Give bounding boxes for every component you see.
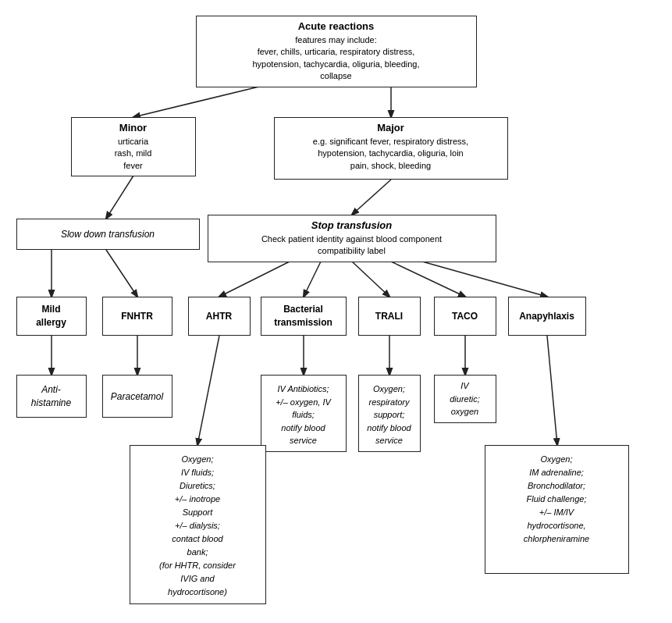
anapyhlaxis-box: Anapyhlaxis bbox=[508, 297, 586, 336]
anapyhlaxis-label: Anapyhlaxis bbox=[519, 311, 574, 322]
minor-title: Minor bbox=[78, 122, 189, 134]
iv-antibiotics-box: IV Antibiotics;+/– oxygen, IVfluids;noti… bbox=[261, 375, 347, 452]
anti-histamine-label: Anti-histamine bbox=[31, 383, 71, 410]
bacterial-label: Bacterialtransmission bbox=[274, 303, 332, 329]
acute-reactions-sub: features may include:fever, chills, urti… bbox=[203, 34, 470, 83]
major-box: Major e.g. significant fever, respirator… bbox=[274, 117, 508, 180]
minor-sub: urticariarash, mildfever bbox=[78, 136, 189, 172]
ahtr-treatment-label: Oxygen;IV fluids;Diuretics;+/– inotropeS… bbox=[137, 453, 259, 600]
iv-antibiotics-label: IV Antibiotics;+/– oxygen, IVfluids;noti… bbox=[268, 383, 340, 447]
slow-down-text: Slow down transfusion bbox=[61, 229, 155, 240]
minor-box: Minor urticariarash, mildfever bbox=[71, 117, 196, 176]
oxygen-trali-label: Oxygen;respiratorysupport;notify bloodse… bbox=[365, 383, 414, 447]
acute-reactions-box: Acute reactions features may include:fev… bbox=[196, 16, 477, 87]
mild-allergy-box: Mildallergy bbox=[16, 297, 87, 336]
iv-diuretic-box: IVdiuretic;oxygen bbox=[434, 375, 496, 423]
svg-line-16 bbox=[197, 336, 219, 445]
svg-line-5 bbox=[106, 250, 137, 297]
svg-line-3 bbox=[352, 180, 391, 215]
ahtr-treatment-box: Oxygen;IV fluids;Diuretics;+/– inotropeS… bbox=[130, 445, 266, 604]
taco-label: TACO bbox=[452, 311, 478, 322]
major-title: Major bbox=[281, 122, 501, 134]
svg-line-2 bbox=[106, 176, 133, 219]
mild-allergy-label: Mildallergy bbox=[36, 303, 66, 329]
svg-line-6 bbox=[219, 262, 290, 297]
ahtr-label: AHTR bbox=[206, 311, 232, 322]
trali-label: TRALI bbox=[375, 311, 403, 322]
svg-line-9 bbox=[391, 262, 465, 297]
fnhtr-label: FNHTR bbox=[121, 311, 153, 322]
svg-line-10 bbox=[422, 262, 547, 297]
slow-down-box: Slow down transfusion bbox=[16, 219, 200, 250]
acute-reactions-title: Acute reactions bbox=[203, 20, 470, 32]
fnhtr-box: FNHTR bbox=[102, 297, 172, 336]
iv-diuretic-label: IVdiuretic;oxygen bbox=[450, 379, 480, 418]
paracetamol-box: Paracetamol bbox=[102, 375, 172, 418]
anapyhlaxis-treatment-label: Oxygen;IM adrenaline;Bronchodilator;Flui… bbox=[492, 453, 622, 546]
svg-line-17 bbox=[547, 336, 557, 445]
paracetamol-label: Paracetamol bbox=[111, 391, 163, 402]
oxygen-trali-box: Oxygen;respiratorysupport;notify bloodse… bbox=[358, 375, 421, 452]
svg-line-0 bbox=[133, 86, 262, 117]
anapyhlaxis-treatment-box: Oxygen;IM adrenaline;Bronchodilator;Flui… bbox=[485, 445, 629, 574]
stop-transfusion-box: Stop transfusion Check patient identity … bbox=[208, 215, 496, 262]
major-sub: e.g. significant fever, respiratory dist… bbox=[281, 136, 501, 172]
bacterial-transmission-box: Bacterialtransmission bbox=[261, 297, 347, 336]
anti-histamine-box: Anti-histamine bbox=[16, 375, 87, 418]
ahtr-box: AHTR bbox=[188, 297, 251, 336]
svg-line-7 bbox=[304, 262, 321, 297]
svg-line-8 bbox=[352, 262, 389, 297]
stop-transfusion-sub: Check patient identity against blood com… bbox=[215, 233, 489, 258]
trali-box: TRALI bbox=[358, 297, 421, 336]
stop-transfusion-title: Stop transfusion bbox=[215, 219, 489, 231]
taco-box: TACO bbox=[434, 297, 496, 336]
